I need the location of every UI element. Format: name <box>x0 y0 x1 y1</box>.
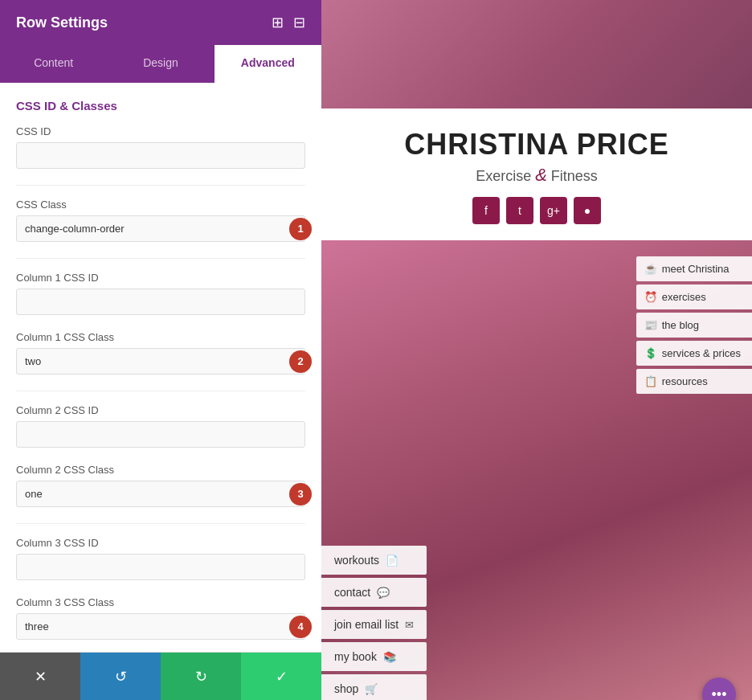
col2-id-label: Column 2 CSS ID <box>16 404 305 416</box>
nav-label-resources: resources <box>662 375 708 387</box>
hero-subtitle-pre: Exercise <box>476 168 535 184</box>
nav-item-email-list[interactable]: join email list ✉ <box>321 610 427 639</box>
col1-id-group: Column 1 CSS ID <box>16 272 305 315</box>
css-id-group: CSS ID <box>16 125 305 169</box>
col1-class-input[interactable] <box>16 348 305 375</box>
badge-3: 3 <box>289 483 312 506</box>
shop-icon: 🛒 <box>365 683 378 695</box>
nav-item-contact[interactable]: contact 💬 <box>321 578 427 607</box>
expand-icon[interactable]: ⊞ <box>272 14 284 31</box>
divider-1 <box>16 185 305 186</box>
undo-button[interactable]: ↺ <box>80 653 161 700</box>
col1-class-label: Column 1 CSS Class <box>16 331 305 343</box>
content-area: ☕ meet Christina ⏰ exercises 📰 the blog … <box>321 240 752 700</box>
panel-content: CSS ID & Classes CSS ID CSS Class 1 Colu… <box>0 83 321 652</box>
col3-class-label: Column 3 CSS Class <box>16 596 305 608</box>
exercises-icon: ⏰ <box>644 291 657 303</box>
badge-1: 1 <box>289 218 312 240</box>
hero-amp: & <box>535 165 547 185</box>
left-nav: workouts 📄 contact 💬 join email list ✉ m… <box>321 546 427 700</box>
instagram-icon[interactable]: ● <box>574 197 601 224</box>
nav-label-services: services & prices <box>662 347 741 359</box>
col2-class-input-wrapper: 3 <box>16 481 305 507</box>
nav-label-meet: meet Christina <box>662 263 730 275</box>
col2-class-group: Column 2 CSS Class 3 <box>16 464 305 507</box>
badge-4: 4 <box>289 616 312 638</box>
nav-item-resources[interactable]: 📋 resources <box>636 369 752 394</box>
css-class-group: CSS Class 1 <box>16 199 305 242</box>
col3-class-input-wrapper: 4 <box>16 613 305 640</box>
col3-id-input[interactable] <box>16 554 305 580</box>
tab-design[interactable]: Design <box>107 45 214 83</box>
meet-icon: ☕ <box>644 263 657 275</box>
redo-button[interactable]: ↻ <box>161 653 241 700</box>
css-id-label: CSS ID <box>16 125 305 137</box>
section-title: CSS ID & Classes <box>16 99 305 113</box>
nav-item-services[interactable]: 💲 services & prices <box>636 341 752 366</box>
css-class-input[interactable] <box>16 215 305 242</box>
header-icons: ⊞ ⊟ <box>272 14 305 31</box>
tab-advanced[interactable]: Advanced <box>215 45 321 83</box>
right-nav: ☕ meet Christina ⏰ exercises 📰 the blog … <box>636 256 752 394</box>
cancel-button[interactable]: ✕ <box>0 653 80 700</box>
nav-item-shop[interactable]: shop 🛒 <box>321 674 427 700</box>
divider-2 <box>16 258 305 259</box>
left-panel: Row Settings ⊞ ⊟ Content Design Advanced… <box>0 0 321 700</box>
services-icon: 💲 <box>644 347 657 359</box>
divider-3 <box>16 391 305 391</box>
nav-label-blog: the blog <box>662 319 699 331</box>
blog-icon: 📰 <box>644 319 657 331</box>
nav-label-exercises: exercises <box>662 291 706 303</box>
columns-icon[interactable]: ⊟ <box>293 14 305 31</box>
hero-subtitle-post: Fitness <box>547 168 598 184</box>
col3-id-group: Column 3 CSS ID <box>16 537 305 580</box>
col1-id-input[interactable] <box>16 289 305 315</box>
social-icons: f t g+ ● <box>337 197 736 224</box>
workouts-icon: 📄 <box>386 555 398 567</box>
nav-item-exercises[interactable]: ⏰ exercises <box>636 285 752 309</box>
twitter-icon[interactable]: t <box>506 197 533 224</box>
googleplus-icon[interactable]: g+ <box>540 197 567 224</box>
nav-item-meet-christina[interactable]: ☕ meet Christina <box>636 256 752 281</box>
col3-id-label: Column 3 CSS ID <box>16 537 305 549</box>
css-id-input[interactable] <box>16 142 305 169</box>
badge-2: 2 <box>289 350 312 373</box>
nav-label-workouts: workouts <box>334 554 379 567</box>
facebook-icon[interactable]: f <box>472 197 500 224</box>
tab-content[interactable]: Content <box>0 45 107 83</box>
confirm-button[interactable]: ✓ <box>241 653 321 700</box>
col2-id-input[interactable] <box>16 421 305 448</box>
col1-class-group: Column 1 CSS Class 2 <box>16 331 305 375</box>
col1-id-label: Column 1 CSS ID <box>16 272 305 284</box>
col3-class-input[interactable] <box>16 613 305 640</box>
panel-title: Row Settings <box>16 14 108 31</box>
nav-label-shop: shop <box>334 682 358 695</box>
nav-label-contact: contact <box>334 586 370 599</box>
nav-item-blog[interactable]: 📰 the blog <box>636 313 752 338</box>
css-class-label: CSS Class <box>16 199 305 211</box>
hero-header: CHRISTINA PRICE Exercise & Fitness f t g… <box>321 108 752 240</box>
resources-icon: 📋 <box>644 375 657 387</box>
col3-class-group: Column 3 CSS Class 4 <box>16 596 305 640</box>
col2-class-input[interactable] <box>16 481 305 507</box>
book-icon: 📚 <box>383 651 396 663</box>
divider-4 <box>16 523 305 524</box>
panel-footer: ✕ ↺ ↻ ✓ <box>0 652 321 700</box>
css-class-input-wrapper: 1 <box>16 215 305 242</box>
hero-name: CHRISTINA PRICE <box>337 128 736 162</box>
panel-header: Row Settings ⊞ ⊟ <box>0 0 321 45</box>
panel-tabs: Content Design Advanced <box>0 45 321 83</box>
col1-class-input-wrapper: 2 <box>16 348 305 375</box>
nav-label-book: my book <box>334 650 377 663</box>
nav-label-email: join email list <box>334 618 398 631</box>
col2-class-label: Column 2 CSS Class <box>16 464 305 476</box>
hero-top-image <box>321 0 752 108</box>
email-icon: ✉ <box>405 619 414 631</box>
nav-item-workouts[interactable]: workouts 📄 <box>321 546 427 575</box>
contact-icon: 💬 <box>377 587 390 599</box>
hero-subtitle: Exercise & Fitness <box>337 165 736 186</box>
col2-id-group: Column 2 CSS ID <box>16 404 305 448</box>
right-panel: CHRISTINA PRICE Exercise & Fitness f t g… <box>321 0 752 700</box>
nav-item-my-book[interactable]: my book 📚 <box>321 642 427 671</box>
